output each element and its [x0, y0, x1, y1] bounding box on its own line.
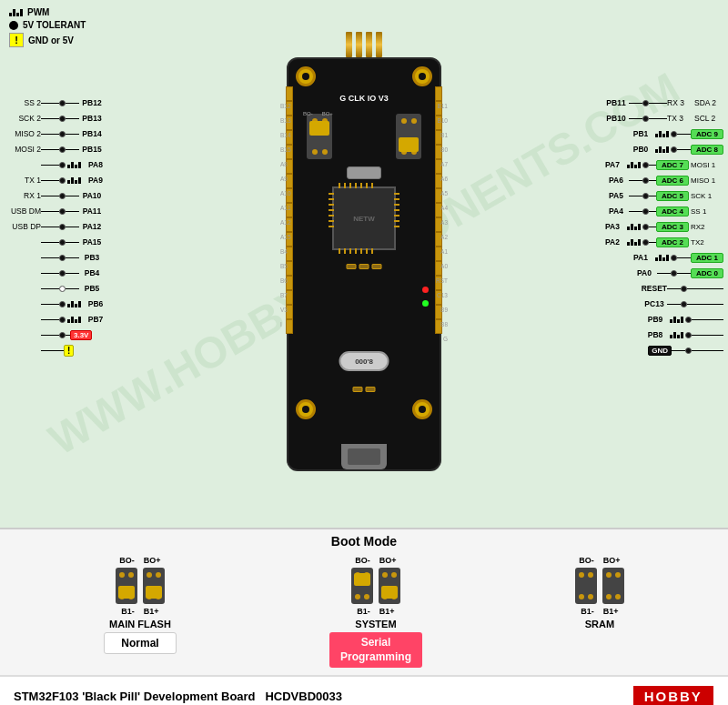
legend: PWM 5V TOLERANT ! GND or 5V — [9, 7, 86, 47]
pwm-label: PWM — [27, 7, 49, 17]
pwm-icon — [9, 9, 23, 16]
sram-label: SRAM — [585, 619, 614, 629]
main-chip: NETW — [332, 186, 396, 250]
boot-mode-title: Boot Mode — [0, 534, 728, 549]
smd-row2 — [353, 387, 376, 392]
legend-tolerant-row: 5V TOLERANT — [9, 20, 86, 30]
list-item: PA3 ADC 3 RX2 — [455, 219, 723, 234]
list-item: SCK 2 PB13 — [5, 111, 273, 126]
list-item: PB10 TX 3 SCL 2 — [455, 111, 723, 126]
list-item: PA2 ADC 2 TX2 — [455, 235, 723, 249]
list-item: PB4 — [5, 266, 273, 280]
pcb-board: G CLK IO V3 BO-BO+ — [287, 57, 441, 471]
left-pin-labels: SS 2 PB12 SCK 2 PB13 MISO 2 PB14 MOSI 2 … — [5, 96, 273, 358]
crystal — [347, 166, 381, 179]
boot-mode-pin-labels-bot3: B1-B1+ — [581, 607, 618, 616]
list-item: PB0 ADC 8 — [455, 142, 723, 156]
list-item: TX 1 PA9 — [5, 173, 273, 187]
usb-connector — [341, 444, 387, 469]
boot-mode-sram: BO-BO+ B1-B1+ SRAM — [575, 556, 624, 629]
boot-mode-system: BO-BO+ B1-B1+ SYSTEM SerialProgramming — [329, 556, 422, 668]
chip-label: NETW — [353, 215, 375, 223]
boot-modes-row: BO-BO+ B1-B1+ MAIN FLASH Normal — [0, 556, 728, 668]
list-item: RX 1 PA10 — [5, 188, 273, 203]
board-wrapper: G CLK IO V3 BO-BO+ — [287, 32, 441, 471]
list-item: PA4 ADC 4 SS 1 — [455, 204, 723, 218]
list-item: ! — [5, 343, 273, 358]
footer-title: STM32F103 'Black Pill' Development Board… — [14, 690, 342, 703]
mount-hole-tl — [296, 66, 316, 86]
list-item: SS 2 PB12 — [5, 96, 273, 110]
list-item: PC13 — [455, 297, 723, 311]
list-item: PB9 — [455, 312, 723, 327]
list-item: 3.3V — [5, 327, 273, 342]
boot-jumper-2 — [351, 568, 400, 604]
normal-label: Normal — [104, 632, 177, 654]
footer-info: STM32F103 'Black Pill' Development Board… — [14, 690, 342, 705]
list-item: PB8 — [455, 327, 723, 342]
list-item: GND — [455, 343, 723, 358]
boot-jumper-1 — [116, 568, 165, 604]
right-pin-labels: PB11 RX 3 SDA 2 PB10 TX 3 SCL 2 PB1 — [455, 96, 723, 358]
serial-programming-label: SerialProgramming — [329, 632, 422, 668]
list-item: PB3 — [5, 250, 273, 265]
smd-row1 — [347, 264, 382, 269]
left-board-nums: B12 B13 B14 B15 A8 A9 A10 A11 A12 A15 B4… — [280, 98, 291, 331]
list-item: PA15 — [5, 235, 273, 249]
mount-hole-tr — [412, 66, 432, 86]
boot-mode-section: Boot Mode BO-BO+ B1-B1+ — [0, 528, 728, 675]
list-item: USB DM PA11 — [5, 204, 273, 218]
gnd-label: GND or 5V — [28, 35, 74, 45]
list-item: PB7 — [5, 312, 273, 327]
boot-mode-pin-labels-bot2: B1-B1+ — [357, 607, 394, 616]
list-item: PB6 — [5, 297, 273, 311]
legend-gnd-row: ! GND or 5V — [9, 33, 86, 47]
hobby-logo-top: HOBBY — [633, 686, 713, 705]
pcb-b0-labels: BO-BO+ — [303, 111, 333, 116]
list-item: USB DP PA12 — [5, 219, 273, 234]
boot-mode-pin-labels-top3: BO-BO+ — [579, 556, 620, 565]
list-item: PA7 ADC 7 MOSI 1 — [455, 157, 723, 172]
main-area: WWW.HOBBYCOMPONENTS.COM PWM 5V TOLERANT … — [0, 0, 728, 528]
jumper-b1 — [396, 114, 421, 159]
list-item: PA5 ADC 5 SCK 1 — [455, 188, 723, 203]
jumper-b0 — [307, 114, 332, 159]
right-board-nums: B11 B10 B1 B0 A7 A6 A5 A4 A3 A2 A1 A0 RS… — [436, 98, 448, 346]
list-item: PB1 ADC 9 — [455, 126, 723, 141]
list-item: PA1 ADC 1 — [455, 250, 723, 265]
list-item: PA0 ADC 0 — [455, 266, 723, 280]
pcb-title: G CLK IO V3 — [339, 94, 389, 103]
oval-crystal: 000'8 — [339, 351, 389, 371]
gnd-icon: ! — [9, 33, 24, 47]
main-flash-label: MAIN FLASH — [109, 619, 171, 629]
legend-pwm-row: PWM — [9, 7, 86, 17]
boot-jumper-3 — [575, 568, 624, 604]
list-item: PB5 — [5, 281, 273, 296]
system-label: SYSTEM — [355, 619, 396, 629]
list-item: MOSI 2 PB15 — [5, 142, 273, 156]
list-item: PA8 — [5, 157, 273, 172]
tolerant-label: 5V TOLERANT — [23, 20, 86, 30]
list-item: PB11 RX 3 SDA 2 — [455, 96, 723, 110]
boot-mode-main-flash: BO-BO+ B1-B1+ MAIN FLASH Normal — [104, 556, 177, 654]
boot-mode-pin-labels-top2: BO-BO+ — [355, 556, 396, 565]
mount-hole-bl — [296, 399, 316, 419]
list-item: RESET — [455, 281, 723, 296]
led-green — [422, 300, 429, 307]
hobby-logo: HOBBY COMPONENTS — [632, 686, 714, 705]
boot-mode-pin-labels-bot1: B1-B1+ — [121, 607, 158, 616]
mount-hole-br — [412, 399, 432, 419]
top-gold-pins — [287, 32, 441, 57]
list-item: PA6 ADC 6 MISO 1 — [455, 173, 723, 187]
led-red — [422, 287, 429, 293]
list-item: MISO 2 PB14 — [5, 126, 273, 141]
boot-mode-pin-labels-top1: BO-BO+ — [119, 556, 160, 565]
footer: STM32F103 'Black Pill' Development Board… — [0, 675, 728, 705]
tolerant-dot — [9, 21, 18, 30]
